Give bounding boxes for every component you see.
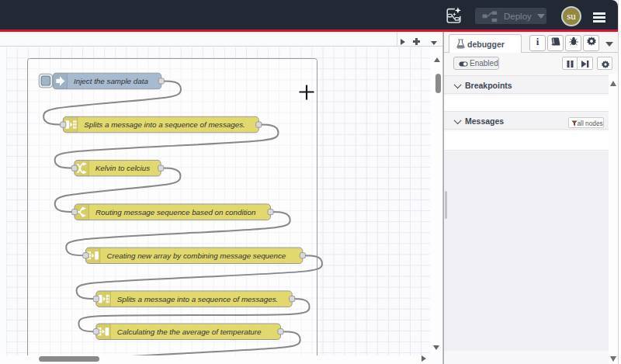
svg-text:Creating new array by combinin: Creating new array by combining message … [106, 251, 286, 260]
svg-text:Splits a message into a sequen: Splits a message into a sequence of mess… [117, 295, 278, 303]
svg-text:Kelvin to celcius: Kelvin to celcius [95, 164, 150, 172]
svg-text:Calculating the the average of: Calculating the the average of temperatu… [117, 328, 262, 336]
svg-text:Inject the sample data: Inject the sample data [74, 77, 148, 85]
svg-text:i: i [536, 36, 539, 47]
svg-text:Routing message sequence based: Routing message sequence based on condit… [95, 208, 255, 217]
svg-text:Splits a message into a sequen: Splits a message into a sequence of mess… [84, 120, 245, 129]
